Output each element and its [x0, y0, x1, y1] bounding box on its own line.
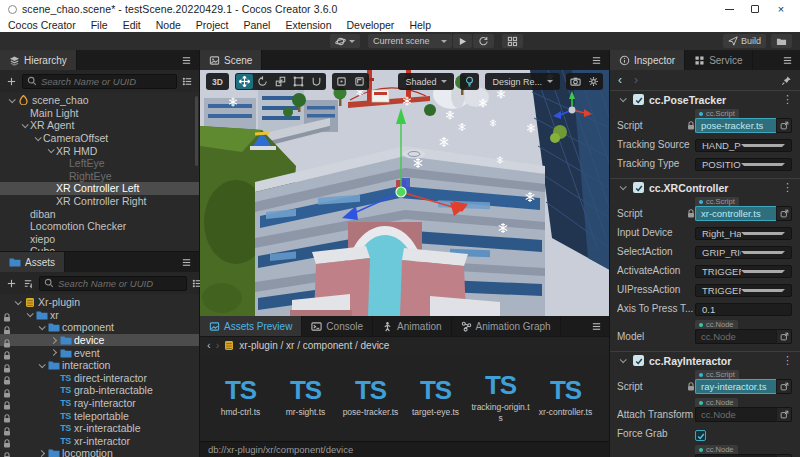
expand-arrow[interactable]: [19, 123, 30, 128]
menu-node[interactable]: Node: [156, 19, 181, 31]
hierarchy-node-lefteye[interactable]: LeftEye: [0, 157, 199, 170]
hierarchy-node-locomotion-checker[interactable]: Locomotion Checker: [0, 220, 199, 233]
asset-node-locomotion[interactable]: locomotion: [0, 447, 199, 457]
file-item-target-eye-ts[interactable]: TStarget-eye.ts: [405, 377, 466, 417]
sort-assets-button[interactable]: [22, 278, 35, 289]
preview-menu-button[interactable]: [584, 316, 609, 336]
hierarchy-node-xr-controller-left[interactable]: XR Controller Left: [0, 182, 199, 195]
collapse-arrow[interactable]: [617, 358, 628, 363]
menu-help[interactable]: Help: [409, 19, 431, 31]
scene-menu-button[interactable]: [584, 50, 609, 70]
minimize-button[interactable]: [716, 1, 742, 17]
pivot-button[interactable]: [333, 74, 350, 89]
node-picker-button[interactable]: [776, 407, 792, 422]
property-dropdown[interactable]: GRIP_RIGHT: [695, 246, 792, 259]
expand-arrow[interactable]: [24, 312, 35, 317]
scene-selector-dropdown[interactable]: Current scene: [368, 34, 452, 48]
collapse-arrow[interactable]: [617, 185, 628, 190]
inspector-menu-button[interactable]: [775, 50, 800, 70]
expand-arrow[interactable]: [48, 350, 59, 355]
hierarchy-node-xr-agent[interactable]: XR Agent: [0, 119, 199, 132]
menu-developer[interactable]: Developer: [347, 19, 395, 31]
tab-service[interactable]: Service: [685, 50, 752, 70]
component-enabled-checkbox[interactable]: [633, 94, 644, 105]
collapse-arrow[interactable]: [617, 97, 628, 102]
script-asset-field[interactable]: xr-controller.ts: [695, 206, 776, 221]
platform-selector[interactable]: [330, 34, 360, 48]
inspector-forward-button[interactable]: ›: [634, 74, 638, 86]
component-enabled-checkbox[interactable]: [633, 355, 644, 366]
hierarchy-node-xr-hmd[interactable]: XR HMD: [0, 144, 199, 157]
hierarchy-menu-button[interactable]: [174, 50, 199, 70]
inspector-back-button[interactable]: ‹: [618, 74, 622, 86]
move-tool-button[interactable]: [236, 74, 253, 89]
tab-assets-preview[interactable]: Assets Preview: [200, 316, 302, 336]
tab-animation-graph[interactable]: Animation Graph: [452, 316, 561, 336]
scene-viewport[interactable]: 3D Shaded: [200, 70, 609, 316]
create-node-button[interactable]: [5, 76, 18, 87]
menu-extension[interactable]: Extension: [285, 19, 331, 31]
create-asset-button[interactable]: [5, 278, 18, 289]
play-button[interactable]: [453, 34, 472, 48]
script-asset-field[interactable]: ray-interactor.ts: [695, 379, 776, 394]
build-button[interactable]: Build: [723, 34, 766, 48]
hierarchy-node-xr-controller-right[interactable]: XR Controller Right: [0, 195, 199, 208]
hierarchy-scrollbar[interactable]: [195, 96, 198, 166]
asset-node-xr[interactable]: xr: [0, 309, 199, 322]
asset-picker-button[interactable]: [776, 379, 792, 394]
reload-button[interactable]: [473, 34, 494, 48]
node-picker-button[interactable]: [776, 329, 792, 344]
menu-file[interactable]: File: [91, 19, 108, 31]
asset-node-component[interactable]: component: [0, 321, 199, 334]
asset-node-event[interactable]: event: [0, 346, 199, 359]
component-header-cc.xrcontroller[interactable]: cc.XRController⋮: [610, 179, 800, 196]
tab-inspector[interactable]: Inspector: [610, 50, 685, 70]
hierarchy-list-options-button[interactable]: [181, 76, 194, 87]
asset-node-ray-interactor[interactable]: TSray-interactor: [0, 397, 199, 410]
tab-assets[interactable]: Assets: [0, 252, 65, 272]
coordinate-button[interactable]: [351, 74, 368, 89]
property-dropdown[interactable]: HAND_POSE_ACTIVE_RI...: [695, 139, 792, 152]
asset-node-xr-interactable[interactable]: TSxr-interactable: [0, 422, 199, 435]
asset-node-grab-interactable[interactable]: TSgrab-interactable: [0, 384, 199, 397]
maximize-button[interactable]: [742, 1, 768, 17]
assets-searchbox[interactable]: [39, 276, 187, 291]
close-button[interactable]: ×: [768, 1, 794, 17]
menu-project[interactable]: Project: [196, 19, 229, 31]
design-resolution-dropdown[interactable]: Design Re...: [485, 73, 560, 90]
property-dropdown[interactable]: TRIGGER_RIGHT: [695, 284, 792, 297]
hierarchy-node-diban[interactable]: diban: [0, 207, 199, 220]
asset-node-teleportable[interactable]: TSteleportable: [0, 409, 199, 422]
node-reference-field[interactable]: cc.Node: [695, 329, 776, 344]
expand-arrow[interactable]: [36, 451, 47, 456]
menu-panel[interactable]: Panel: [244, 19, 271, 31]
pin-button[interactable]: [781, 71, 792, 89]
component-menu-button[interactable]: ⋮: [782, 181, 793, 194]
hierarchy-search-input[interactable]: [41, 76, 172, 87]
breadcrumb-forward-button[interactable]: ›: [216, 340, 220, 351]
hierarchy-searchbox[interactable]: [22, 74, 177, 89]
assets-menu-button[interactable]: [174, 252, 199, 272]
asset-node-xr-plugin[interactable]: Xr-plugin: [0, 296, 199, 309]
lighting-toggle-button[interactable]: [461, 74, 478, 89]
file-item-xr-controller-ts[interactable]: TSxr-controller.ts: [535, 377, 596, 417]
expand-arrow[interactable]: [36, 325, 47, 330]
property-dropdown[interactable]: POSITION_AND_ROTATION: [695, 158, 792, 171]
file-item-hmd-ctrl-ts[interactable]: TShmd-ctrl.ts: [210, 377, 271, 417]
tab-scene[interactable]: Scene: [200, 50, 262, 70]
expand-arrow[interactable]: [36, 363, 47, 368]
assets-search-input[interactable]: [58, 278, 182, 289]
hierarchy-node-cameraoffset[interactable]: CameraOffset: [0, 132, 199, 145]
camera-settings-button[interactable]: [567, 74, 584, 89]
node-reference-field[interactable]: cc.Node: [695, 407, 776, 422]
toggle-2d3d-button[interactable]: 3D: [207, 74, 228, 89]
property-dropdown[interactable]: TRIGGER_RIGHT: [695, 265, 792, 278]
expand-arrow[interactable]: [48, 338, 59, 343]
property-dropdown[interactable]: Right_Hand: [695, 227, 792, 240]
hierarchy-node-main-light[interactable]: Main Light: [0, 107, 199, 120]
hierarchy-node-righteye[interactable]: RightEye: [0, 170, 199, 183]
script-asset-field[interactable]: pose-tracker.ts: [695, 118, 776, 133]
component-header-cc.posetracker[interactable]: cc.PoseTracker⋮: [610, 91, 800, 108]
tab-animation[interactable]: Animation: [373, 316, 451, 336]
asset-node-direct-interactor[interactable]: TSdirect-interactor: [0, 372, 199, 385]
